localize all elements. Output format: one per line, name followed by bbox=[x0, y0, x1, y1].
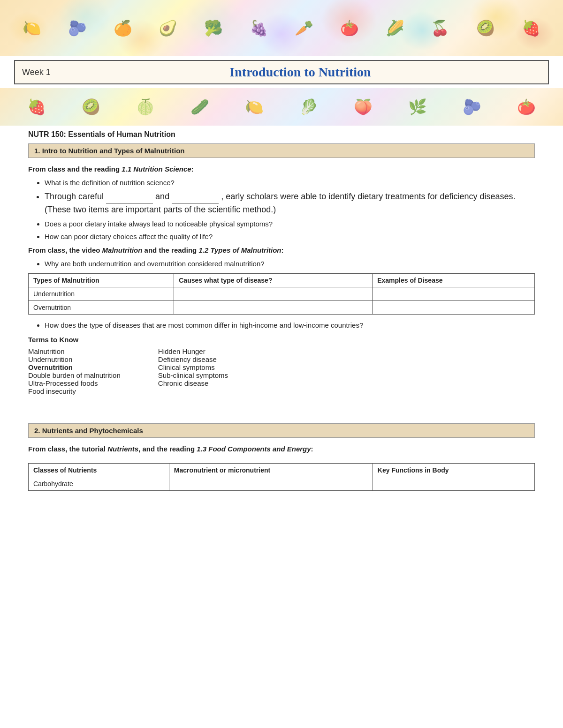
nutrients-col-class: Classes of Nutrients bbox=[29, 464, 169, 477]
from-class-1-italic: 1.1 Nutrition Science bbox=[122, 165, 191, 173]
term-left-5: Ultra-Processed foods bbox=[28, 379, 121, 387]
nutrients-row-carb: Carbohydrate bbox=[29, 477, 535, 491]
bullet-1-2-and-word: and bbox=[155, 192, 169, 201]
deco2-9: 🫐 bbox=[463, 98, 481, 116]
deco2-6: 🥬 bbox=[299, 98, 318, 116]
section2-header: 2. Nutrients and Phytochemicals bbox=[28, 423, 535, 438]
malnutrition-over-examples bbox=[373, 301, 535, 315]
section1-header: 1. Intro to Nutrition and Types of Malnu… bbox=[28, 143, 535, 158]
term-right-4: Sub-clinical symptoms bbox=[158, 371, 228, 379]
deco-2: 🫐 bbox=[68, 19, 87, 37]
week-label: Week 1 bbox=[22, 68, 60, 77]
malnutrition-under-examples bbox=[373, 287, 535, 301]
from-class-2-italic2: 1.2 Types of Malnutrition bbox=[198, 246, 281, 254]
from-class-2-label: From class, the video bbox=[28, 246, 102, 254]
from-class-3-mid: , and the reading bbox=[138, 445, 197, 453]
malnutrition-under-label: Undernutrition bbox=[29, 287, 174, 301]
bullet-1-3: Does a poor dietary intake always lead t… bbox=[45, 219, 535, 229]
nutrients-carb-label: Carbohydrate bbox=[29, 477, 169, 491]
header-bottom-decoration: 🍓 🥝 🍈 🥒 🍋 🥬 🍑 🌿 🫐 🍅 bbox=[0, 88, 563, 126]
malnutrition-over-causes bbox=[174, 301, 373, 315]
deco2-2: 🥝 bbox=[82, 98, 100, 116]
term-left-2: Undernutrition bbox=[28, 355, 121, 363]
terms-header: Terms to Know bbox=[28, 336, 535, 344]
fillin-2 bbox=[172, 190, 219, 203]
deco-5: 🥦 bbox=[204, 19, 223, 37]
bullet-list-1: What is the definition of nutrition scie… bbox=[28, 178, 535, 241]
bullet-1-1: What is the definition of nutrition scie… bbox=[45, 178, 535, 188]
deco-10: 🍒 bbox=[431, 19, 449, 37]
deco2-7: 🍑 bbox=[354, 98, 373, 116]
from-class-2-suffix: : bbox=[282, 246, 284, 254]
bullet-1-2: Through careful and , early scholars wer… bbox=[45, 190, 535, 216]
malnutrition-col-examples: Examples of Disease bbox=[373, 274, 535, 287]
bullet-list-2: Why are both undernutrition and overnutr… bbox=[28, 259, 535, 269]
from-class-1-suffix: : bbox=[191, 165, 194, 173]
bullet-list-3: How does the type of diseases that are m… bbox=[28, 320, 535, 330]
malnutrition-table: Types of Malnutrition Causes what type o… bbox=[28, 273, 535, 315]
malnutrition-row-under: Undernutrition bbox=[29, 287, 535, 301]
nutrients-col-macro: Macronutrient or micronutrient bbox=[169, 464, 373, 477]
nutrients-table-header-row: Classes of Nutrients Macronutrient or mi… bbox=[29, 464, 535, 477]
nutrients-table: Classes of Nutrients Macronutrient or mi… bbox=[28, 463, 535, 491]
nutrients-col-functions: Key Functions in Body bbox=[373, 464, 534, 477]
term-left-6: Food insecurity bbox=[28, 387, 121, 395]
term-left-3: Overnutrition bbox=[28, 363, 121, 371]
deco-7: 🥕 bbox=[295, 19, 313, 37]
nutrients-carb-macro bbox=[169, 477, 373, 491]
spacer-2 bbox=[28, 458, 535, 463]
deco2-4: 🥒 bbox=[190, 98, 209, 116]
header-top-decoration: 🍋 🫐 🍊 🥑 🥦 🍇 🥕 🍅 🌽 🍒 🥝 🍓 bbox=[0, 0, 563, 56]
deco2-3: 🍈 bbox=[136, 98, 155, 116]
deco-9: 🌽 bbox=[386, 19, 404, 37]
from-class-2: From class, the video Malnutrition and t… bbox=[28, 246, 535, 254]
terms-left-col: Malnutrition Undernutrition Overnutritio… bbox=[28, 347, 121, 395]
deco-8: 🍅 bbox=[340, 19, 359, 37]
from-class-3-label: From class, the tutorial bbox=[28, 445, 107, 453]
term-right-3: Clinical symptoms bbox=[158, 363, 228, 371]
main-content: NUTR 150: Essentials of Human Nutrition … bbox=[0, 126, 563, 510]
deco-4: 🥑 bbox=[159, 19, 177, 37]
deco2-5: 🍋 bbox=[245, 98, 264, 116]
bullet-2-1: Why are both undernutrition and overnutr… bbox=[45, 259, 535, 269]
malnutrition-table-header-row: Types of Malnutrition Causes what type o… bbox=[29, 274, 535, 287]
from-class-3-italic2: 1.3 Food Components and Energy bbox=[197, 445, 311, 453]
page-title: Introduction to Nutrition bbox=[60, 65, 541, 80]
deco-12: 🍓 bbox=[522, 19, 540, 37]
malnutrition-over-label: Overnutrition bbox=[29, 301, 174, 315]
week-title-bar: Week 1 Introduction to Nutrition bbox=[14, 60, 549, 84]
from-class-2-mid: and the reading bbox=[142, 246, 198, 254]
from-class-3: From class, the tutorial Nutrients, and … bbox=[28, 445, 535, 453]
term-left-4: Double burden of malnutrition bbox=[28, 371, 121, 379]
malnutrition-under-causes bbox=[174, 287, 373, 301]
deco2-1: 🍓 bbox=[27, 98, 46, 116]
terms-right-col: Hidden Hunger Deficiency disease Clinica… bbox=[158, 347, 228, 395]
bullet-1-2-before: Through careful bbox=[45, 192, 104, 201]
from-class-3-italic: Nutrients bbox=[107, 445, 138, 453]
deco2-8: 🌿 bbox=[408, 98, 427, 116]
from-class-2-italic: Malnutrition bbox=[102, 246, 143, 254]
term-right-2: Deficiency disease bbox=[158, 355, 228, 363]
deco-1: 🍋 bbox=[23, 19, 41, 37]
malnutrition-row-over: Overnutrition bbox=[29, 301, 535, 315]
from-class-1: From class and the reading 1.1 Nutrition… bbox=[28, 165, 535, 173]
malnutrition-col-causes: Causes what type of disease? bbox=[174, 274, 373, 287]
deco-6: 🍇 bbox=[250, 19, 268, 37]
deco-11: 🥝 bbox=[476, 19, 495, 37]
malnutrition-col-type: Types of Malnutrition bbox=[29, 274, 174, 287]
deco2-10: 🍅 bbox=[517, 98, 536, 116]
spacer-1 bbox=[28, 409, 535, 423]
nutrients-carb-functions bbox=[373, 477, 534, 491]
term-right-1: Hidden Hunger bbox=[158, 347, 228, 355]
term-right-5: Chronic disease bbox=[158, 379, 228, 387]
bullet-1-4: How can poor dietary choices affect the … bbox=[45, 232, 535, 241]
fillin-1 bbox=[106, 190, 153, 203]
term-left-1: Malnutrition bbox=[28, 347, 121, 355]
from-class-1-label: From class and the reading bbox=[28, 165, 122, 173]
terms-grid: Malnutrition Undernutrition Overnutritio… bbox=[28, 347, 535, 395]
bullet-3-1: How does the type of diseases that are m… bbox=[45, 320, 535, 330]
deco-3: 🍊 bbox=[114, 19, 132, 37]
course-title: NUTR 150: Essentials of Human Nutrition bbox=[28, 130, 535, 139]
from-class-3-suffix: : bbox=[311, 445, 313, 453]
